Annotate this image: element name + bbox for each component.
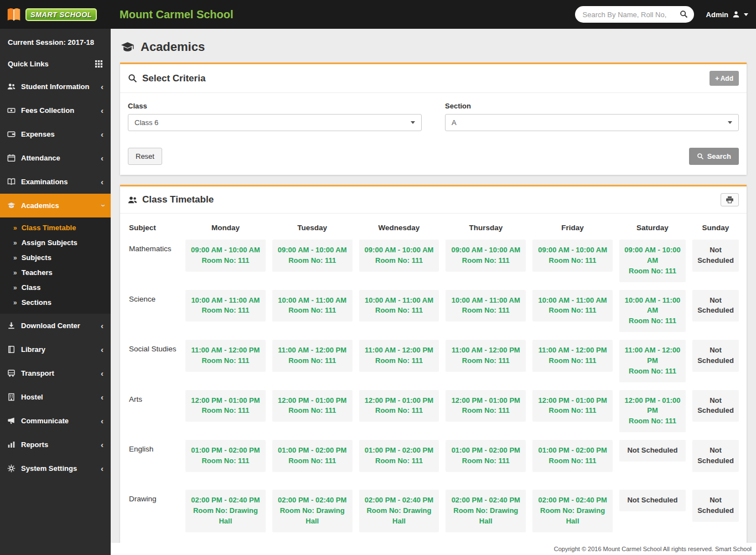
- class-select-value: Class 6: [134, 118, 158, 127]
- period-room: Room No: 111: [363, 406, 436, 416]
- sidebar-item-reports[interactable]: Reports‹: [0, 433, 111, 457]
- examinations-icon: [7, 178, 15, 186]
- section-select[interactable]: A: [445, 114, 739, 131]
- sidebar-item-examinations[interactable]: Examinations‹: [0, 170, 111, 194]
- period-cell: 12:00 PM - 01:00 PMRoom No: 111: [272, 390, 353, 422]
- period-room: Room No: 111: [276, 305, 349, 316]
- period-time: 12:00 PM - 01:00 PM: [189, 396, 262, 406]
- reports-icon: [7, 440, 15, 449]
- sidebar-item-expenses[interactable]: Expenses‹: [0, 122, 111, 146]
- app-logo[interactable]: SMART SCHOOL: [0, 0, 111, 29]
- period-room: Room No: Drawing Hall: [363, 506, 436, 527]
- sidebar-item-communicate[interactable]: Communicate‹: [0, 409, 111, 433]
- period-room: Room No: 111: [363, 456, 436, 466]
- timetable-header-row: SubjectMondayTuesdayWednesdayThursdayFri…: [128, 217, 739, 240]
- submenu-item-label: Subjects: [22, 253, 51, 262]
- period-cell: 01:00 PM - 02:00 PMRoom No: 111: [532, 440, 613, 472]
- quick-links[interactable]: Quick Links: [0, 54, 111, 75]
- chevron-left-icon: ‹: [101, 130, 103, 138]
- chevron-left-icon: ‹: [101, 345, 103, 354]
- sidebar-item-attendance[interactable]: Attendance‹: [0, 146, 111, 170]
- page-title: Academics: [121, 40, 747, 54]
- chevron-left-icon: ‹: [101, 417, 103, 425]
- communicate-icon: [7, 417, 15, 425]
- timetable-row-mathematics: Mathematics09:00 AM - 10:00 AMRoom No: 1…: [128, 240, 739, 282]
- period-room: Room No: Drawing Hall: [449, 506, 522, 527]
- search-icon[interactable]: [680, 10, 688, 18]
- not-scheduled-cell: Not Scheduled: [619, 440, 686, 461]
- current-session-label: Current Session: 2017-18: [0, 29, 111, 54]
- chevron-left-icon: ‹: [101, 106, 103, 115]
- column-header-saturday: Saturday: [619, 217, 686, 240]
- card-title: Select Criteria: [142, 73, 205, 84]
- period-time: 09:00 AM - 10:00 AM: [189, 245, 262, 256]
- period-cell: 10:00 AM - 11:00 AMRoom No: 111: [272, 290, 353, 322]
- period-cell: 10:00 AM - 11:00 AMRoom No: 111: [619, 290, 686, 333]
- search-button[interactable]: Search: [689, 148, 739, 165]
- sidebar-item-download-center[interactable]: Download Center‹: [0, 314, 111, 338]
- double-chevron-right-icon: »: [13, 254, 17, 262]
- chevron-left-icon: ‹: [101, 321, 103, 330]
- submenu-item-class[interactable]: »Class: [0, 280, 111, 295]
- global-search: [575, 6, 694, 23]
- timetable-row-arts: Arts12:00 PM - 01:00 PMRoom No: 11112:00…: [128, 390, 739, 433]
- period-room: Room No: 111: [536, 256, 609, 266]
- period-time: 10:00 AM - 11:00 AM: [363, 295, 436, 306]
- period-cell: 10:00 AM - 11:00 AMRoom No: 111: [185, 290, 266, 322]
- period-time: 02:00 PM - 02:40 PM: [276, 495, 349, 506]
- subject-name: Social Studies: [128, 340, 179, 354]
- period-time: 12:00 PM - 01:00 PM: [276, 396, 349, 406]
- copyright-text: Copyright © 2016 Mount Carmel School All…: [554, 546, 752, 552]
- class-select[interactable]: Class 6: [128, 114, 422, 131]
- period-room: Room No: 111: [536, 456, 609, 466]
- period-room: Room No: 111: [623, 416, 682, 427]
- submenu-item-subjects[interactable]: »Subjects: [0, 250, 111, 265]
- period-cell: 01:00 PM - 02:00 PMRoom No: 111: [446, 440, 526, 472]
- sidebar-item-library[interactable]: Library‹: [0, 338, 111, 361]
- sidebar-item-system-settings[interactable]: System Settings‹: [0, 457, 111, 480]
- hostel-icon: [7, 393, 15, 401]
- period-room: Room No: 111: [449, 356, 522, 366]
- sidebar-item-student-information[interactable]: Student Information‹: [0, 75, 111, 98]
- submenu-item-class-timetable[interactable]: »Class Timetable: [0, 220, 111, 235]
- not-scheduled-cell: Not Scheduled: [692, 340, 739, 372]
- submenu-item-assign-subjects[interactable]: »Assign Subjects: [0, 235, 111, 250]
- period-cell: 09:00 AM - 10:00 AMRoom No: 111: [359, 240, 439, 272]
- period-cell: 11:00 AM - 12:00 PMRoom No: 111: [272, 340, 353, 372]
- period-time: 02:00 PM - 02:40 PM: [536, 495, 609, 506]
- period-cell: 09:00 AM - 10:00 AMRoom No: 111: [185, 240, 266, 272]
- period-time: 12:00 PM - 01:00 PM: [363, 396, 436, 406]
- reset-button[interactable]: Reset: [128, 148, 162, 165]
- settings-icon: [7, 464, 15, 473]
- period-time: 09:00 AM - 10:00 AM: [276, 245, 349, 256]
- period-room: Room No: 111: [363, 356, 436, 366]
- period-cell: 10:00 AM - 11:00 AMRoom No: 111: [532, 290, 613, 322]
- period-time: 10:00 AM - 11:00 AM: [276, 295, 349, 306]
- submenu-item-sections[interactable]: »Sections: [0, 295, 111, 310]
- period-room: Room No: 111: [189, 406, 262, 416]
- chevron-left-icon: ‹: [101, 82, 103, 91]
- period-cell: 11:00 AM - 12:00 PMRoom No: 111: [359, 340, 439, 372]
- double-chevron-right-icon: »: [13, 239, 17, 247]
- print-button[interactable]: [721, 193, 739, 206]
- period-room: Room No: 111: [449, 406, 522, 416]
- submenu-item-teachers[interactable]: »Teachers: [0, 265, 111, 280]
- submenu-item-label: Teachers: [22, 268, 53, 277]
- timetable-row-social-studies: Social Studies11:00 AM - 12:00 PMRoom No…: [128, 340, 739, 382]
- sidebar-item-academics[interactable]: Academics‹: [0, 194, 111, 217]
- period-room: Room No: 111: [449, 456, 522, 466]
- search-input[interactable]: [575, 6, 694, 23]
- book-logo-icon: [6, 6, 22, 23]
- sidebar-item-label: Examinations: [21, 178, 95, 186]
- user-menu[interactable]: Admin: [706, 11, 748, 19]
- period-room: Room No: 111: [536, 406, 609, 416]
- period-cell: 11:00 AM - 12:00 PMRoom No: 111: [532, 340, 613, 372]
- sidebar-item-hostel[interactable]: Hostel‹: [0, 385, 111, 409]
- sidebar-item-fees-collection[interactable]: Fees Collection‹: [0, 98, 111, 122]
- period-time: 01:00 PM - 02:00 PM: [189, 445, 262, 456]
- period-room: Room No: 111: [276, 356, 349, 366]
- add-button[interactable]: +Add: [710, 71, 739, 86]
- sidebar-item-transport[interactable]: Transport‹: [0, 361, 111, 385]
- period-time: 10:00 AM - 11:00 AM: [449, 295, 522, 306]
- period-time: 02:00 PM - 02:40 PM: [363, 495, 436, 506]
